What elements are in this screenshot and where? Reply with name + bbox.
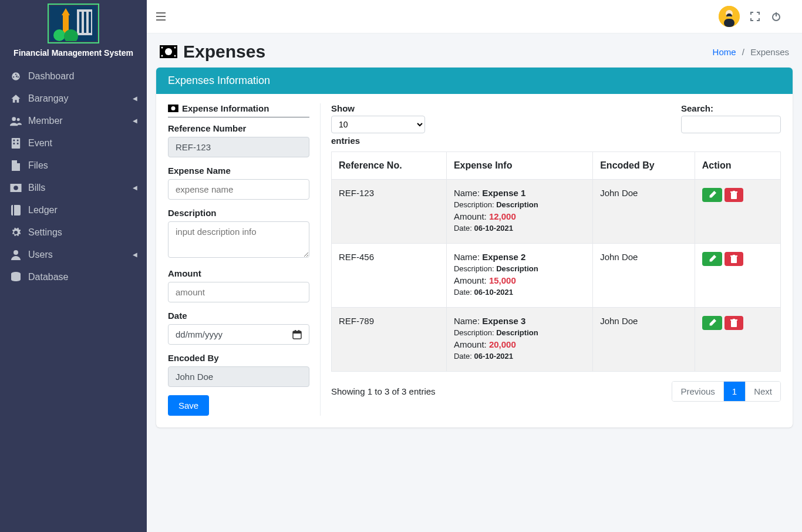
page-title: Expenses — [160, 42, 265, 62]
table-row: REF-123Name: Expense 1Description: Descr… — [332, 180, 781, 244]
svg-rect-48 — [731, 321, 737, 327]
card-body: Expense Information Reference Number Exp… — [156, 94, 793, 427]
file-icon — [9, 160, 22, 171]
edit-button[interactable] — [702, 188, 722, 202]
card-header: Expenses Information — [156, 68, 793, 94]
edit-button[interactable] — [702, 316, 722, 330]
avatar[interactable] — [719, 6, 740, 27]
sidebar-item-barangay[interactable]: Barangay◀ — [0, 87, 147, 110]
main: Expenses Home / Expenses Expenses Inform… — [147, 0, 802, 532]
sidebar-item-users[interactable]: Users◀ — [0, 244, 147, 266]
page-prev[interactable]: Previous — [672, 382, 723, 401]
svg-point-32 — [161, 47, 163, 49]
svg-rect-14 — [14, 143, 15, 144]
chevron-left-icon: ◀ — [133, 117, 137, 124]
page-title-text: Expenses — [183, 42, 265, 62]
gauge-icon — [9, 71, 22, 82]
db-icon — [9, 272, 22, 282]
search-input[interactable] — [681, 116, 781, 133]
sidebar-item-ledger[interactable]: Ledger — [0, 199, 147, 221]
fullscreen-icon[interactable] — [750, 12, 771, 21]
sidebar-item-database[interactable]: Database — [0, 266, 147, 288]
svg-rect-12 — [14, 139, 15, 141]
svg-rect-13 — [17, 139, 19, 141]
svg-rect-44 — [733, 191, 735, 192]
cell-ref: REF-123 — [332, 180, 447, 244]
breadcrumb: Home / Expenses — [713, 47, 789, 57]
desc-input[interactable] — [168, 221, 309, 258]
power-icon[interactable] — [771, 12, 793, 21]
chevron-left-icon: ◀ — [133, 251, 137, 258]
svg-rect-15 — [17, 143, 19, 144]
sidebar-item-member[interactable]: Member◀ — [0, 110, 147, 132]
sidebar-item-label: Member — [28, 116, 137, 126]
page-current[interactable]: 1 — [724, 382, 746, 401]
amount-label: Amount — [168, 268, 309, 278]
amount-input[interactable] — [168, 282, 309, 302]
column-header[interactable]: Action — [695, 152, 780, 180]
delete-button[interactable] — [725, 252, 743, 266]
cell-info: Name: Expense 1Description: DescriptionA… — [446, 180, 592, 244]
sidebar-item-settings[interactable]: Settings — [0, 221, 147, 244]
expenses-table: Reference No.Expense InfoEncoded ByActio… — [331, 151, 781, 372]
breadcrumb-home[interactable]: Home — [713, 47, 736, 57]
column-header[interactable]: Encoded By — [593, 152, 695, 180]
sidebar-item-label: Dashboard — [28, 71, 137, 82]
sidebar-item-files[interactable]: Files — [0, 154, 147, 177]
edit-button[interactable] — [702, 252, 722, 266]
sidebar-item-label: Event — [28, 138, 137, 149]
desc-label: Description — [168, 208, 309, 218]
sidebar-item-event[interactable]: Event — [0, 132, 147, 154]
sidebar-item-label: Bills — [28, 183, 137, 193]
sidebar-item-label: Users — [28, 250, 137, 260]
page-size-control: Show 10 entries — [331, 103, 425, 146]
cell-info: Name: Expense 3Description: DescriptionA… — [446, 308, 592, 372]
svg-rect-23 — [156, 16, 166, 17]
brand-title: Financial Management System — [2, 48, 144, 58]
table-info: Showing 1 to 3 of 3 entries — [331, 386, 436, 396]
search-control: Search: — [681, 103, 781, 146]
page-size-select[interactable]: 10 — [331, 116, 425, 133]
table-section: Show 10 entries Search: Reference No. — [321, 103, 781, 416]
svg-point-37 — [171, 106, 175, 110]
date-input[interactable]: dd/mm/yyyy — [168, 324, 309, 345]
expense-form: Expense Information Reference Number Exp… — [168, 103, 321, 416]
svg-rect-39 — [293, 331, 301, 334]
sidebar-nav: DashboardBarangay◀Member◀EventFilesBills… — [0, 60, 147, 293]
chevron-left-icon: ◀ — [133, 95, 137, 102]
svg-rect-45 — [731, 257, 737, 263]
menu-toggle-icon[interactable] — [156, 12, 166, 21]
svg-point-34 — [161, 55, 163, 57]
sidebar-item-bills[interactable]: Bills◀ — [0, 177, 147, 199]
delete-button[interactable] — [725, 188, 743, 202]
cell-encoded: John Doe — [593, 244, 695, 308]
svg-rect-27 — [724, 19, 734, 27]
book-icon — [9, 205, 22, 216]
breadcrumb-sep: / — [742, 47, 744, 57]
table-row: REF-456Name: Expense 2Description: Descr… — [332, 244, 781, 308]
breadcrumb-current: Expenses — [750, 47, 789, 57]
svg-rect-47 — [733, 255, 735, 256]
svg-rect-22 — [156, 12, 166, 14]
column-header[interactable]: Reference No. — [332, 152, 447, 180]
delete-button[interactable] — [725, 316, 743, 330]
ref-label: Reference Number — [168, 123, 309, 133]
page-next[interactable]: Next — [746, 382, 780, 401]
sidebar-item-dashboard[interactable]: Dashboard — [0, 65, 147, 87]
ref-input — [168, 137, 309, 157]
svg-rect-42 — [731, 193, 737, 199]
user-icon — [9, 250, 22, 260]
brand-logo — [48, 4, 99, 43]
save-button[interactable]: Save — [168, 395, 209, 416]
column-header[interactable]: Expense Info — [446, 152, 592, 180]
money-icon — [160, 45, 177, 58]
svg-rect-2 — [79, 12, 82, 33]
svg-point-33 — [174, 47, 176, 49]
cell-actions — [695, 180, 780, 244]
name-input[interactable] — [168, 179, 309, 200]
svg-point-31 — [165, 48, 172, 55]
encoded-label: Encoded By — [168, 353, 309, 363]
sidebar-item-label: Database — [28, 272, 137, 282]
home-icon — [9, 93, 22, 104]
page-header: Expenses Home / Expenses — [147, 33, 802, 68]
